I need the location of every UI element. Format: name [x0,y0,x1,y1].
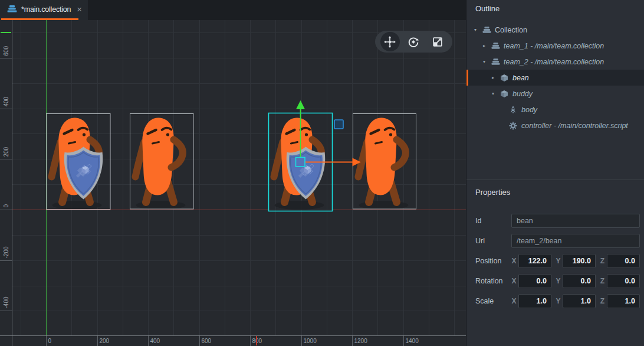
axis-label-y: Y [556,277,561,285]
v-ruler-label: 200 [3,146,9,156]
bottom-ruler-cursor-mark [256,336,257,345]
collapse-arrow-icon[interactable]: ▾ [492,91,500,96]
game-object-cube-icon [500,74,508,82]
scale-tool-icon [431,35,444,48]
scale-x-field[interactable]: 1.0 [518,294,551,308]
outline-item-label: bean [512,74,529,82]
property-row-url: Url /team_2/bean [475,234,644,248]
axis-label-x: X [511,277,517,285]
position-label: Position [475,257,511,265]
outline-item-team-1[interactable]: ▸team_1 - /main/team.collection [466,38,644,54]
collapse-arrow-icon[interactable]: ▾ [474,27,482,32]
tab-close-icon[interactable]: × [77,5,82,14]
id-field[interactable]: bean [511,214,640,228]
outline-header: Outline [466,0,644,13]
v-ruler-label: -400 [3,296,9,308]
move-tool-button[interactable] [380,32,400,51]
h-ruler-label: 1200 [354,338,368,344]
rotation-y-field[interactable]: 0.0 [563,274,596,288]
url-field[interactable]: /team_2/bean [511,234,640,248]
scale-z-field[interactable]: 1.0 [607,294,640,308]
axis-label-x: X [511,297,517,305]
axis-label-y: Y [556,257,561,265]
rotate-tool-icon [407,35,420,48]
outline-tree: ▾Collection▸team_1 - /main/team.collecti… [466,22,644,133]
h-ruler-label: 0 [48,338,52,344]
component-handle-square[interactable] [334,120,343,129]
axis-label-x: X [511,257,517,265]
rotation-label: Rotation [475,277,511,285]
h-ruler-label: 1400 [406,338,419,344]
rotation-z-field[interactable]: 0.0 [607,274,640,288]
defold-editor-window: *main.collection × 6004002000-200-400020… [0,0,644,346]
h-ruler-label: 600 [202,338,212,344]
h-ruler-label: 200 [100,338,110,344]
h-ruler-label: 400 [150,338,160,344]
property-row-scale: ScaleX1.0Y1.0Z1.0 [475,294,644,308]
h-ruler-label: 800 [252,338,262,344]
axis-label-z: Z [600,257,605,265]
collection-icon [491,58,500,66]
axis-label-z: Z [600,277,605,285]
position-z-field[interactable]: 0.0 [607,254,640,268]
outline-item-label: body [521,106,537,114]
collection-icon [491,42,500,50]
outline-item-collection[interactable]: ▾Collection [466,22,644,38]
outline-item-label: buddy [512,90,533,98]
editor-area: *main.collection × 6004002000-200-400020… [0,0,466,346]
properties-pane: Properties Id bean Url /team_2/bean Posi… [466,180,644,308]
outline-item-label: team_1 - /main/team.collection [504,42,604,50]
v-ruler-label: -200 [3,246,9,258]
game-object-cube-icon [500,90,508,98]
id-label: Id [475,217,511,225]
scene-canvas[interactable]: 6004002000-200-4000200400600800100012001… [0,20,466,346]
v-ruler-label: 0 [3,204,9,208]
scene-viewport[interactable]: 6004002000-200-4000200400600800100012001… [0,20,466,346]
collection-tab-icon [7,5,17,14]
rotate-tool-button[interactable] [404,32,423,51]
left-ruler[interactable] [0,20,12,335]
tab-main-collection[interactable]: *main.collection × [0,0,88,20]
manipulator-toolbar [375,31,452,53]
scale-y-field[interactable]: 1.0 [563,294,596,308]
axis-label-y: Y [556,297,561,305]
collapse-arrow-icon[interactable]: ▾ [483,59,491,64]
expand-arrow-icon[interactable]: ▸ [483,43,491,48]
left-ruler-cursor-mark [1,32,11,33]
outline-item-team-2[interactable]: ▾team_2 - /main/team.collection [466,54,644,70]
position-y-field[interactable]: 190.0 [563,254,596,268]
h-ruler-label: 1000 [304,338,317,344]
outline-item-label: controller - /main/controller.script [521,122,628,130]
outline-item-bean[interactable]: ▸bean [466,70,644,86]
script-gear-icon [509,122,517,130]
property-row-position: PositionX122.0Y190.0Z0.0 [475,254,644,268]
v-ruler-label: 600 [3,45,9,56]
properties-header: Properties [466,188,644,197]
outline-item-buddy[interactable]: ▾buddy [466,86,644,102]
outline-item-label: team_2 - /main/team.collection [504,58,604,66]
outline-item-label: Collection [495,26,527,34]
axis-label-z: Z [600,297,605,305]
scale-label: Scale [475,297,511,305]
url-label: Url [475,237,511,245]
tab-title: *main.collection [21,5,71,14]
tab-bar: *main.collection × [0,0,466,20]
property-row-rotation: RotationX0.0Y0.0Z0.0 [475,274,644,288]
v-ruler-label: 400 [3,96,9,106]
outline-item-body[interactable]: body [466,102,644,117]
position-x-field[interactable]: 122.0 [518,254,551,268]
property-row-id: Id bean [475,214,644,228]
sprite-rocket-icon [509,106,517,114]
move-tool-icon [383,35,396,48]
collection-icon [482,26,491,34]
outline-pane: Outline ▾Collection▸team_1 - /main/team.… [466,0,644,179]
expand-arrow-icon[interactable]: ▸ [492,75,500,80]
outline-item-controller[interactable]: controller - /main/controller.script [466,117,644,133]
right-panel: Outline ▾Collection▸team_1 - /main/team.… [466,0,644,346]
rotation-x-field[interactable]: 0.0 [518,274,551,288]
bottom-ruler[interactable] [0,335,466,346]
scale-tool-button[interactable] [428,32,447,51]
